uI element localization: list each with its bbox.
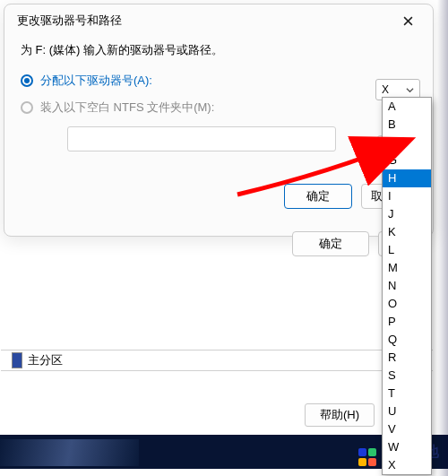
drive-letter-option[interactable]: G [383,151,431,169]
radio-mount-label: 装入以下空白 NTFS 文件夹中(M): [40,100,214,116]
partition-label: 主分区 [28,352,63,368]
drive-letter-option[interactable]: V [383,420,431,438]
drive-letter-option[interactable]: U [383,402,431,420]
drive-letter-option[interactable]: A [383,98,431,116]
drive-letter-option[interactable]: F [383,134,431,151]
drive-letter-option[interactable]: M [383,259,431,277]
drive-letter-option[interactable]: H [383,169,431,187]
radio-assign-label: 分配以下驱动器号(A): [40,73,152,89]
drive-letter-option[interactable]: B [383,116,431,134]
dialog-body: 为 F: (媒体) 输入新的驱动器号或路径。 分配以下驱动器号(A): 装入以下… [4,35,433,236]
change-drive-letter-dialog: 更改驱动器号和路径 为 F: (媒体) 输入新的驱动器号或路径。 分配以下驱动器… [4,4,434,237]
ok-button[interactable]: 确定 [284,184,352,209]
drive-letter-option[interactable]: J [383,205,431,223]
close-icon [403,16,413,26]
dialog-button-row: 确定 取 [21,184,417,223]
drive-letter-option[interactable]: T [383,385,431,402]
drive-letter-selected-value: X [382,83,389,96]
drive-letter-option[interactable]: S [383,367,431,385]
drive-letter-option[interactable]: N [383,277,431,295]
drive-letter-option[interactable]: W [383,438,431,456]
drive-letter-option[interactable]: P [383,313,431,331]
close-button[interactable] [395,10,420,31]
drive-letter-option[interactable]: Q [383,331,431,349]
radio-icon [21,74,33,87]
radio-assign-drive-letter[interactable]: 分配以下驱动器号(A): [21,73,417,89]
dialog-titlebar: 更改驱动器号和路径 [4,4,433,35]
dialog-title: 更改驱动器号和路径 [17,13,122,29]
partition-legend-row: 主分区 [1,350,433,371]
radio-icon [21,101,33,114]
parent-dialog-buttons: 确定 取 [0,231,434,256]
radio-mount-folder[interactable]: 装入以下空白 NTFS 文件夹中(M): [21,100,417,116]
help-button[interactable]: 帮助(H) [305,403,375,427]
drive-letter-option[interactable]: X [383,456,431,474]
mount-path-input[interactable] [67,126,336,151]
drive-letter-option[interactable]: R [383,349,431,367]
parent-ok-button[interactable]: 确定 [292,231,369,256]
drive-letter-dropdown-list[interactable]: ABFGHIJKLMNOPQRSTUVWX [382,97,432,475]
drive-letter-option[interactable]: O [383,295,431,313]
instruction-text: 为 F: (媒体) 输入新的驱动器号或路径。 [21,42,417,58]
chevron-down-icon [406,86,414,94]
drive-letter-option[interactable]: L [383,241,431,259]
right-edge-shadow [437,0,448,476]
partition-color-icon [12,352,22,368]
drive-letter-option[interactable]: K [383,223,431,241]
drive-letter-option[interactable]: I [383,187,431,205]
watermark-icon [358,448,376,466]
